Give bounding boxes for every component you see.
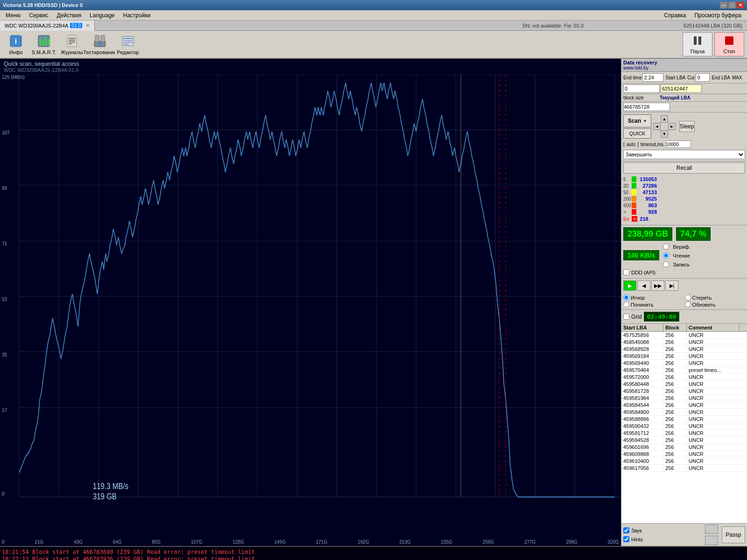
et-cell-block: 256 (663, 388, 687, 394)
update-radio[interactable] (685, 301, 691, 308)
stop-button[interactable]: Стоп (714, 32, 744, 56)
toolbar-testing-button[interactable]: Тестирование (87, 32, 113, 56)
current-lba-value-input[interactable] (623, 103, 670, 111)
toolbar-journals-button[interactable]: Журналы (59, 32, 85, 56)
skip-end-button[interactable]: ▶| (665, 280, 678, 291)
stat-count-gt: 928 (638, 209, 657, 215)
end-lba-input[interactable] (661, 84, 702, 93)
et-cell-comment: UNCR (687, 332, 747, 338)
et-cell-comment: UNCR (687, 353, 747, 359)
step-forward-button[interactable]: ▶▶ (651, 280, 664, 291)
et-cell-lba: 459569440 (621, 360, 663, 366)
block-timeout-section: [ auto ] timeout,ms (623, 140, 745, 148)
nav-down-button[interactable]: ▼ (661, 130, 668, 138)
repair-radio[interactable] (623, 301, 629, 308)
toolbar-smart-button[interactable]: S.M.A.R.T. (31, 32, 57, 56)
menu-item-buffer[interactable]: Просмотр буфера (691, 11, 745, 20)
hints-row: Hints (623, 536, 703, 542)
table-row[interactable]: 459570464 256 preset timeo... (621, 367, 747, 374)
device-tab-0[interactable]: WDC WD3200AAJS-22B4A 01.0 ✕ (0, 21, 95, 31)
testing-icon (92, 34, 107, 49)
y-label-53: 53 (2, 297, 7, 302)
current-lba-label: Текущий LBA (660, 95, 691, 100)
table-row[interactable]: 458545088 256 UNCR (621, 339, 747, 346)
chart-canvas-area: 125 (MB/s) 107 89 71 53 35 17 0 (0, 75, 621, 538)
timeout-input[interactable] (665, 140, 691, 148)
gb-display: 238,99 GB (623, 227, 672, 241)
et-cell-lba: 459572000 (621, 374, 663, 380)
log-line: 18:21:54 Block start at 466783680 (239 G… (2, 549, 745, 555)
ignore-radio[interactable] (623, 294, 629, 301)
ddd-api-checkbox[interactable] (623, 269, 629, 275)
sq-btn-2[interactable] (705, 536, 718, 545)
table-row[interactable]: 457525856 256 UNCR (621, 332, 747, 339)
table-row[interactable]: 459569440 256 UNCR (621, 360, 747, 367)
toolbar-editor-button[interactable]: Редактор (115, 32, 141, 56)
prev-button[interactable]: ◀ (637, 280, 650, 291)
table-row[interactable]: 459601696 256 UNCR (621, 444, 747, 451)
nav-right-button[interactable]: ► (668, 123, 676, 130)
scan-button[interactable]: Scan ▼ (623, 114, 651, 127)
table-row[interactable]: 459580448 256 UNCR (621, 381, 747, 388)
menu-item-help[interactable]: Справка (660, 11, 690, 20)
quick-button[interactable]: QUICK (623, 128, 651, 139)
menu-item-service[interactable]: Сервис (25, 11, 52, 20)
menu-item-actions[interactable]: Действия (53, 11, 85, 20)
grid-checkbox[interactable] (623, 314, 629, 320)
hints-checkbox[interactable] (623, 536, 629, 542)
col-header-comment: Comment (687, 324, 740, 331)
error-table-body[interactable]: 457525856 256 UNCR 458545088 256 UNCR 45… (621, 332, 747, 522)
speed-radio-row: 146 KB/s Вериф. Чтение Запись (623, 243, 745, 268)
table-row[interactable]: 459610400 256 UNCR (621, 458, 747, 465)
device-tab-close[interactable]: ✕ (86, 23, 90, 28)
stat-count-50: 47133 (638, 189, 657, 195)
table-row[interactable]: 459569184 256 UNCR (621, 353, 747, 360)
chart-header: Quick scan, sequential access WDC WD3200… (0, 59, 621, 75)
verify-radio[interactable] (663, 244, 669, 250)
table-row[interactable]: 459572000 256 UNCR (621, 374, 747, 381)
table-row[interactable]: 459609888 256 UNCR (621, 451, 747, 458)
nav-left-button[interactable]: ◄ (653, 123, 661, 130)
table-row[interactable]: 459581728 256 UNCR (621, 388, 747, 395)
menu-item-menu[interactable]: Меню (2, 11, 24, 20)
toolbar-journals-label: Журналы (61, 49, 83, 55)
sound-label: Звук (631, 528, 642, 533)
table-row[interactable]: 459617056 256 UNCR (621, 465, 747, 472)
table-row[interactable]: 459581984 256 UNCR (621, 395, 747, 402)
sq-btn-1[interactable] (705, 525, 718, 534)
play-button[interactable]: ▶ (623, 280, 636, 291)
pause-button[interactable]: Пауза (683, 32, 712, 56)
writing-radio-row: Запись (663, 261, 691, 267)
passp-button[interactable]: Passp (722, 526, 745, 543)
close-button[interactable]: ✕ (737, 2, 744, 8)
table-row[interactable]: 459584800 256 UNCR (621, 409, 747, 416)
et-cell-lba: 459570464 (621, 367, 663, 373)
stat-num-5: 5 (623, 177, 630, 182)
table-row[interactable]: 459584544 256 UNCR (621, 402, 747, 409)
recall-button[interactable]: Recall (623, 162, 745, 174)
table-row[interactable]: 459588896 256 UNCR (621, 416, 747, 423)
table-row[interactable]: 459594528 256 UNCR (621, 437, 747, 444)
writing-radio[interactable] (663, 261, 669, 267)
complete-select[interactable]: Завершить (623, 150, 745, 159)
device-bar-right: SN: not available Fw: 01.0 625142448 LBA… (95, 23, 747, 28)
et-cell-block: 256 (663, 451, 687, 457)
menu-item-language[interactable]: Language (86, 11, 118, 20)
end-time-input[interactable] (642, 73, 663, 82)
menu-item-settings[interactable]: Настройки (120, 11, 155, 20)
maximize-button[interactable]: □ (728, 2, 736, 8)
erase-radio[interactable] (685, 294, 691, 301)
start-lba-input[interactable] (623, 84, 660, 93)
minimize-button[interactable]: — (720, 2, 727, 8)
table-row[interactable]: 459568928 256 UNCR (621, 346, 747, 353)
toolbar-info-button[interactable]: i Инфо (3, 32, 29, 56)
sleep-button[interactable]: Sleep (679, 121, 695, 132)
table-row[interactable]: 459590432 256 UNCR (621, 423, 747, 430)
cur-input[interactable] (696, 73, 710, 82)
table-row[interactable]: 459591712 256 UNCR (621, 430, 747, 437)
sound-checkbox[interactable] (623, 527, 629, 533)
nav-up-button[interactable]: ▲ (661, 115, 668, 123)
et-cell-comment: UNCR (687, 388, 747, 394)
reading-radio[interactable] (663, 252, 669, 259)
stat-num-600: 600 (623, 203, 630, 208)
